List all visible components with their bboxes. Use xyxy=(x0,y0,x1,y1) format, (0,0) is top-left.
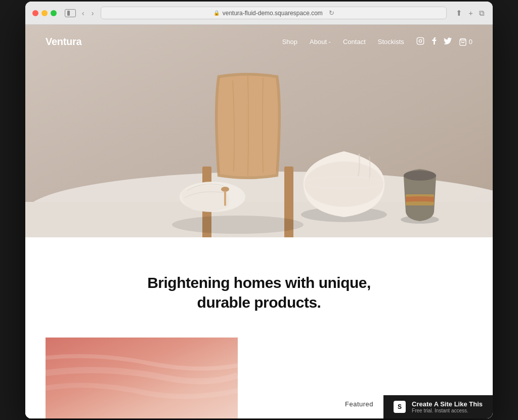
main-nav: Ventura Shop About - Contact Stockists xyxy=(25,25,493,59)
create-site-text: Create A Site Like This Free trial. Inst… xyxy=(412,400,483,413)
svg-rect-12 xyxy=(224,191,226,206)
tagline: Brightening homes with unique, durable p… xyxy=(133,273,385,312)
instagram-icon[interactable] xyxy=(416,37,424,47)
browser-controls: ‹ › xyxy=(65,8,96,18)
twitter-icon[interactable] xyxy=(444,37,452,46)
nav-contact[interactable]: Contact xyxy=(343,38,366,46)
squarespace-logo-icon: S xyxy=(394,401,406,413)
hero-section: Ventura Shop About - Contact Stockists xyxy=(25,25,493,237)
tagline-line2: durable products. xyxy=(197,294,321,311)
site-logo[interactable]: Ventura xyxy=(46,36,81,48)
cart-icon[interactable]: 0 xyxy=(459,38,472,46)
forward-button[interactable]: › xyxy=(90,8,96,18)
maximize-button[interactable] xyxy=(51,10,57,16)
svg-point-19 xyxy=(172,216,304,234)
featured-label: Featured xyxy=(335,395,383,418)
lock-icon: 🔒 xyxy=(213,10,220,16)
tagline-section: Brightening homes with unique, durable p… xyxy=(25,237,493,338)
create-site-title: Create A Site Like This xyxy=(412,400,483,408)
browser-window: ‹ › 🔒 ventura-fluid-demo.squarespace.com… xyxy=(25,2,493,418)
website-content: Ventura Shop About - Contact Stockists xyxy=(25,25,493,418)
sidebar-toggle-icon[interactable] xyxy=(65,9,76,17)
create-site-banner[interactable]: S Create A Site Like This Free trial. In… xyxy=(383,395,493,418)
nav-social: 0 xyxy=(416,37,472,47)
products-section: Featured S Create A Site Like This Free … xyxy=(25,338,493,418)
tagline-line1: Brightening homes with unique, xyxy=(147,274,371,291)
svg-point-1 xyxy=(419,39,421,42)
browser-chrome: ‹ › 🔒 ventura-fluid-demo.squarespace.com… xyxy=(25,2,493,25)
traffic-lights xyxy=(32,10,57,16)
nav-stockists[interactable]: Stockists xyxy=(378,38,404,46)
svg-point-17 xyxy=(404,171,436,181)
address-bar[interactable]: 🔒 ventura-fluid-demo.squarespace.com ↻ xyxy=(101,7,447,19)
nav-about[interactable]: About - xyxy=(310,38,331,46)
nav-right: Shop About - Contact Stockists xyxy=(282,37,472,47)
new-tab-button[interactable]: + xyxy=(467,8,474,18)
nav-shop[interactable]: Shop xyxy=(282,38,297,46)
close-button[interactable] xyxy=(32,10,38,16)
share-button[interactable]: ⬆ xyxy=(455,8,463,19)
tabs-overview-button[interactable]: ⧉ xyxy=(478,8,486,19)
create-site-subtitle: Free trial. Instant access. xyxy=(412,408,483,413)
url-text: ventura-fluid-demo.squarespace.com xyxy=(223,10,323,17)
svg-point-2 xyxy=(422,39,422,39)
featured-bar: Featured S Create A Site Like This Free … xyxy=(25,395,493,418)
cart-count: 0 xyxy=(469,38,472,46)
facebook-icon[interactable] xyxy=(431,37,437,47)
minimize-button[interactable] xyxy=(41,10,48,16)
browser-actions: ⬆ + ⧉ xyxy=(455,8,486,19)
back-button[interactable]: ‹ xyxy=(80,8,87,18)
svg-rect-0 xyxy=(417,37,423,44)
svg-point-14 xyxy=(305,161,383,207)
reload-button[interactable]: ↻ xyxy=(329,9,334,17)
